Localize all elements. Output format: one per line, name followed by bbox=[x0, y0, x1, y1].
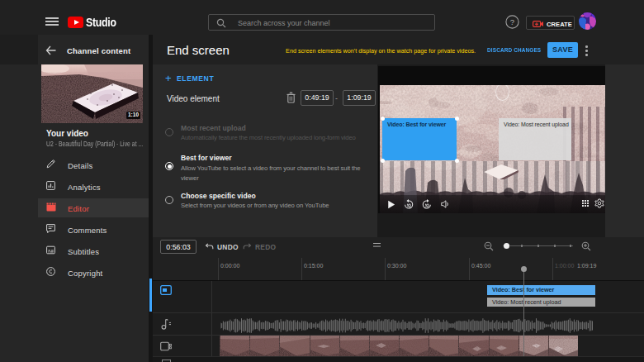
svg-text:?: ? bbox=[510, 17, 514, 26]
